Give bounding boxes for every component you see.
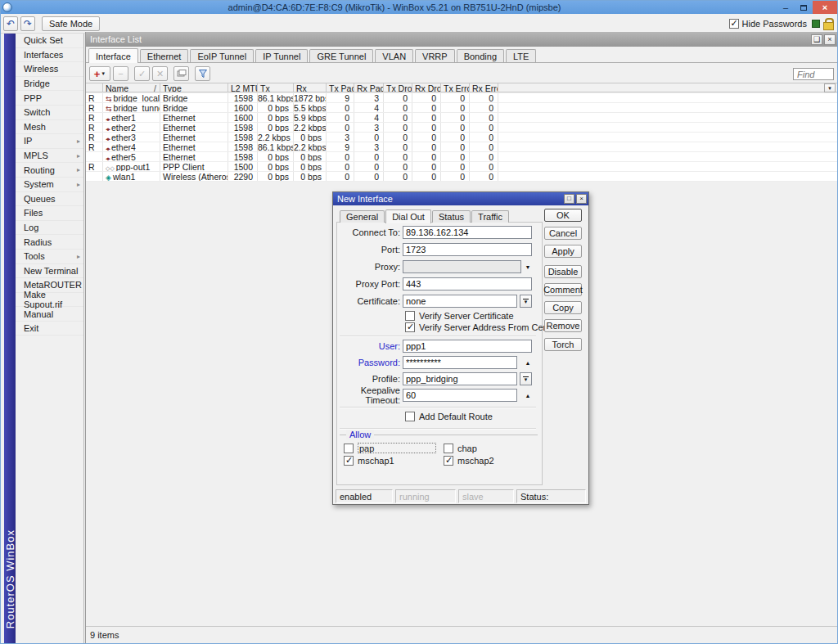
keepalive-input[interactable] bbox=[403, 389, 517, 402]
certificate-list-button[interactable]: ▼ bbox=[520, 295, 532, 308]
interface-list-restore-button[interactable]: ❑ bbox=[811, 34, 822, 45]
dialog-tab-dial-out[interactable]: Dial Out bbox=[385, 209, 431, 223]
disable-button[interactable]: Disable bbox=[544, 265, 582, 278]
sidebar-item-ip[interactable]: IP▸ bbox=[16, 134, 83, 149]
column-header-tx-drops[interactable]: Tx Drops bbox=[384, 83, 412, 92]
cancel-button[interactable]: Cancel bbox=[544, 227, 582, 240]
dialog-tab-status[interactable]: Status bbox=[432, 210, 471, 223]
add-default-route-checkbox[interactable] bbox=[405, 412, 415, 421]
sidebar-item-switch[interactable]: Switch bbox=[16, 106, 83, 120]
proxy-port-input[interactable] bbox=[403, 277, 532, 290]
copy-button[interactable]: Copy bbox=[544, 301, 582, 314]
comment-button[interactable]: Comment bbox=[544, 283, 582, 296]
dialog-maximize-button[interactable]: □ bbox=[564, 194, 574, 204]
dialog-tab-traffic[interactable]: Traffic bbox=[471, 210, 509, 223]
table-row[interactable]: ◂▸ether5Ethernet15980 bps0 bps000000 bbox=[86, 152, 837, 162]
sidebar-item-mesh[interactable]: Mesh bbox=[16, 120, 83, 135]
tab-interface[interactable]: Interface bbox=[88, 48, 138, 63]
column-header-rx-errors[interactable]: Rx Errors bbox=[470, 83, 498, 92]
column-header-state[interactable] bbox=[86, 83, 103, 92]
column-selector-dropdown[interactable]: ▼ bbox=[824, 83, 836, 92]
disable-button[interactable]: ✕ bbox=[152, 66, 168, 81]
password-input[interactable] bbox=[403, 356, 517, 369]
connect-to-input[interactable] bbox=[403, 226, 532, 239]
column-header-rx[interactable]: Rx bbox=[294, 83, 327, 92]
remove-interface-button[interactable]: − bbox=[113, 66, 128, 81]
sidebar-item-files[interactable]: Files bbox=[16, 206, 83, 221]
sidebar-item-log[interactable]: Log bbox=[16, 221, 83, 236]
enable-button[interactable]: ✓ bbox=[134, 66, 150, 81]
hide-passwords-checkbox[interactable] bbox=[729, 19, 739, 29]
pap-checkbox[interactable] bbox=[344, 444, 354, 453]
certificate-input[interactable] bbox=[403, 295, 517, 308]
sidebar-item-wireless[interactable]: Wireless bbox=[16, 62, 83, 77]
tab-eoip-tunnel[interactable]: EoIP Tunnel bbox=[190, 49, 254, 62]
verify-cert-checkbox[interactable] bbox=[405, 311, 415, 321]
sidebar-item-routing[interactable]: Routing▸ bbox=[16, 163, 83, 178]
keepalive-expand-icon[interactable]: ▲ bbox=[523, 393, 533, 399]
sidebar-item-radius[interactable]: Radius bbox=[16, 235, 83, 250]
apply-button[interactable]: Apply bbox=[544, 245, 582, 258]
sidebar-item-make-supout-rif[interactable]: Make Supout.rif bbox=[16, 293, 83, 308]
dialog-tab-general[interactable]: General bbox=[340, 210, 385, 223]
find-input[interactable] bbox=[793, 68, 834, 80]
safe-mode-button[interactable]: Safe Mode bbox=[42, 16, 100, 31]
profile-input[interactable] bbox=[403, 372, 517, 385]
dialog-close-button[interactable]: × bbox=[576, 194, 587, 204]
table-row[interactable]: R◂▸ether4Ethernet159886.1 kbps2.2 kbps93… bbox=[86, 142, 837, 152]
sidebar-item-system[interactable]: System▸ bbox=[16, 178, 83, 192]
table-row[interactable]: R⇆bridge_localBridge159886.1 kbps1872 bp… bbox=[86, 93, 837, 103]
tab-vlan[interactable]: VLAN bbox=[375, 49, 413, 62]
profile-list-button[interactable]: ▼ bbox=[520, 372, 532, 385]
add-interface-button[interactable]: +▼ bbox=[89, 66, 110, 81]
undo-button[interactable]: ↶ bbox=[3, 16, 18, 31]
table-row[interactable]: R◂▸ether3Ethernet15982.2 kbps0 bps300000 bbox=[86, 133, 837, 142]
table-row[interactable]: ◈wlan1Wireless (Atheros 11N)22900 bps0 b… bbox=[86, 172, 837, 182]
sidebar-item-new-terminal[interactable]: New Terminal bbox=[16, 264, 83, 279]
table-row[interactable]: R◇◇ppp-out1PPP Client15000 bps0 bps00000… bbox=[86, 162, 837, 172]
restore-button[interactable] bbox=[795, 1, 813, 14]
sidebar-item-ppp[interactable]: PPP bbox=[16, 91, 83, 106]
proxy-dropdown-icon[interactable]: ▼ bbox=[523, 264, 533, 270]
table-row[interactable]: R◂▸ether1Ethernet16000 bps5.9 kbps040000 bbox=[86, 113, 837, 123]
sidebar-item-interfaces[interactable]: Interfaces bbox=[16, 48, 83, 63]
column-header-name[interactable]: Name/ bbox=[103, 83, 160, 92]
chap-checkbox[interactable] bbox=[444, 444, 453, 453]
interface-list-close-button[interactable]: × bbox=[824, 34, 836, 45]
tab-vrrp[interactable]: VRRP bbox=[415, 49, 455, 62]
comment-button[interactable] bbox=[173, 66, 189, 81]
sidebar-item-exit[interactable]: Exit bbox=[16, 322, 83, 336]
column-header-rx-pac[interactable]: Rx Pac... bbox=[354, 83, 384, 92]
mschap2-checkbox[interactable] bbox=[444, 456, 453, 466]
minimize-button[interactable]: – bbox=[777, 1, 795, 14]
column-header-rx-drops[interactable]: Rx Drops bbox=[412, 83, 441, 92]
tab-ethernet[interactable]: Ethernet bbox=[140, 49, 189, 62]
user-input[interactable] bbox=[403, 340, 532, 353]
column-header-tx[interactable]: Tx bbox=[258, 83, 294, 92]
column-header-tx-errors[interactable]: Tx Errors bbox=[441, 83, 470, 92]
column-header-type[interactable]: Type bbox=[160, 83, 228, 92]
redo-button[interactable]: ↷ bbox=[20, 16, 35, 31]
verify-addr-checkbox[interactable] bbox=[405, 322, 415, 332]
sidebar-item-quick-set[interactable]: Quick Set bbox=[16, 34, 83, 48]
tab-ip-tunnel[interactable]: IP Tunnel bbox=[255, 49, 308, 62]
column-header-l2-mtu[interactable]: L2 MTU bbox=[228, 83, 258, 92]
torch-button[interactable]: Torch bbox=[544, 338, 582, 351]
tab-bonding[interactable]: Bonding bbox=[457, 49, 504, 62]
password-expand-icon[interactable]: ▲ bbox=[523, 360, 533, 366]
table-row[interactable]: R⇆bridge_tunnelBridge16000 bps5.5 kbps04… bbox=[86, 103, 837, 113]
proxy-combo[interactable] bbox=[403, 260, 521, 273]
sidebar-item-bridge[interactable]: Bridge bbox=[16, 77, 83, 92]
remove-button[interactable]: Remove bbox=[544, 319, 582, 332]
mschap1-checkbox[interactable] bbox=[344, 456, 354, 466]
tab-lte[interactable]: LTE bbox=[506, 49, 536, 62]
sidebar-item-mpls[interactable]: MPLS▸ bbox=[16, 149, 83, 164]
filter-button[interactable] bbox=[195, 66, 210, 81]
column-header-tx-pac[interactable]: Tx Pac... bbox=[327, 83, 354, 92]
table-row[interactable]: R◂▸ether2Ethernet15980 bps2.2 kbps030000 bbox=[86, 123, 837, 133]
ok-button[interactable]: OK bbox=[544, 209, 582, 222]
close-button[interactable]: × bbox=[813, 1, 837, 14]
port-input[interactable] bbox=[403, 243, 532, 256]
sidebar-item-queues[interactable]: Queues bbox=[16, 192, 83, 207]
sidebar-item-tools[interactable]: Tools▸ bbox=[16, 250, 83, 264]
